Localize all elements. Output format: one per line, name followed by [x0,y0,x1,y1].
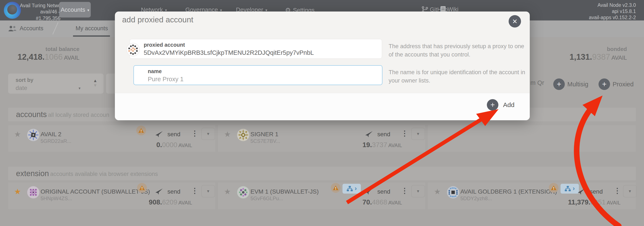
plus-icon: + [553,78,565,90]
proxied-account-label: proxied account [144,42,185,48]
expand-account-button[interactable]: ▼ [411,185,425,198]
expand-account-button[interactable]: ▼ [201,185,215,198]
total-balance-label: total balance [17,46,80,52]
account-address[interactable]: 5CS7E7BV... [250,138,280,144]
expand-account-button[interactable]: ▼ [623,185,637,198]
send-button[interactable]: send [155,131,180,138]
account-address[interactable]: 5DDY2yzh8... [460,196,492,202]
kebab-menu-icon[interactable]: ⋮ [614,186,621,195]
warning-icon[interactable] [331,183,340,193]
expand-account-button[interactable]: ▼ [411,128,425,140]
account-card-avail-goldberg-1: ★ AVAIL GOLDBERG 1 (EXTENSION) 5DDY2yzh8… [428,183,636,209]
tab-accounts[interactable]: Accounts [8,25,43,32]
from-qr-button-partial[interactable]: m Qr [530,79,544,86]
account-name: EVM 1 (SUBWALLET-JS) [250,188,318,195]
plus-icon: + [598,78,610,90]
favorite-star-icon[interactable]: ★ [224,130,231,139]
close-button[interactable]: ✕ [508,15,521,27]
send-button[interactable]: send [155,188,180,195]
account-avatar[interactable] [27,129,40,141]
send-button[interactable]: send [365,131,390,138]
modal-footer: + Add [115,93,530,120]
network-name: Avail Turing Network [20,2,60,9]
accounts-section-subtitle: all locally stored accoun [48,112,109,118]
account-avatar[interactable] [447,186,460,199]
name-value[interactable]: Pure Proxy 1 [148,76,184,83]
kebab-menu-icon[interactable]: ⋮ [191,186,198,195]
favorite-star-icon[interactable]: ★ [14,187,21,196]
proxied-account-help: The address that has previously setup a … [388,42,527,59]
expand-account-button[interactable]: ▼ [201,128,215,140]
proxy-overview-badge[interactable]: › [342,184,361,194]
sort-by-dropdown[interactable]: sort by date ▾ ▲ ▼ [8,74,104,94]
proxied-account-field[interactable]: proxied account 5DvAx2VMYiKpBRB3LsfCjkpT… [130,39,382,59]
warning-icon[interactable] [136,126,146,135]
proxied-account-identicon [126,43,140,56]
avail-logo [4,2,21,19]
account-address[interactable]: 5GvF6GLPu... [250,196,283,202]
accounts-section-title: accounts [16,110,47,119]
chain-spec[interactable]: avail/46 ▾ [20,9,60,15]
sort-by-value: date [16,85,27,91]
kebab-menu-icon[interactable]: ⋮ [401,186,408,195]
account-balance: 70.4868 AVAIL [304,198,402,206]
send-icon [155,131,163,138]
users-icon [8,25,17,32]
account-balance: 11,379.6251 AVAIL [513,198,620,206]
sort-direction-toggle[interactable]: ▲ ▼ [93,78,97,88]
account-name: AVAIL 2 [40,131,62,138]
extension-section-subtitle: accounts available via browser extension… [50,171,158,177]
card-divider [425,125,428,152]
nav-accounts-button[interactable]: Accounts▾ [59,2,91,17]
add-proxied-button[interactable]: + Proxied [598,78,634,90]
account-avatar[interactable] [27,186,40,199]
add-proxied-account-modal: add proxied account ✕ proxied account 5D… [115,11,530,120]
add-button[interactable]: + Add [487,99,514,111]
send-icon [365,188,373,195]
send-button[interactable]: send [365,188,390,195]
node-version: Avail Node v2.3.0 [589,2,636,8]
api-version: api v15.8.1 [589,8,636,14]
close-icon: ✕ [512,18,518,25]
favorite-star-icon[interactable]: ★ [434,187,441,196]
account-balance: 19.3737 AVAIL [304,141,402,149]
account-avatar[interactable] [237,186,250,199]
bonded-label: bonded [564,46,627,52]
account-card-evm-1: ★ EVM 1 (SUBWALLET-JS) 5GvF6GLPu... › se… [218,183,424,209]
chevron-down-icon: ▼ [206,189,210,194]
proxied-account-value[interactable]: 5DvAx2VMYiKpBRB3LsfCjkpTMENU2R2DJQqitEr5… [144,49,314,56]
warning-icon[interactable] [137,183,147,193]
accounts-row-stripe: ★ AVAIL 2 5GRD22aR... send ⋮ ▼ 0.0000 AV… [8,125,636,152]
send-icon [578,188,586,195]
account-address[interactable]: 5GRD22aR... [40,138,71,144]
account-avatar[interactable] [237,129,250,141]
sitemap-icon [346,186,353,192]
favorite-star-icon[interactable]: ★ [14,130,21,139]
tab-my-accounts[interactable]: My accounts [76,25,108,32]
favorite-star-icon[interactable]: ★ [224,187,231,196]
send-button[interactable]: send [578,188,603,195]
bonded-value: 1,131.9387 AVAIL [564,52,627,62]
account-address[interactable]: 5HNpW4ZS... [40,196,72,202]
name-help: The name is for unique identification of… [388,68,527,85]
kebab-menu-icon[interactable]: ⋮ [401,129,408,138]
total-balance-block: total balance 12,418.1066 AVAIL [17,46,80,62]
sort-asc-icon: ▲ [93,78,97,83]
active-tab-underline [73,35,110,37]
bonded-block: bonded 1,131.9387 AVAIL [564,46,627,62]
account-balance: 0.0000 AVAIL [94,141,192,149]
warning-icon[interactable] [549,183,558,193]
apps-version: avail-apps v0.152.2-2 [589,14,636,21]
proxy-overview-badge[interactable]: › [560,184,579,194]
card-divider [425,183,428,209]
kebab-menu-icon[interactable]: ⋮ [191,129,198,138]
extension-row-stripe: ★ ORIGINAL ACCOUNT (SUBWALLET-JS) 5HNpW4… [8,183,636,209]
chevron-down-icon: ▼ [628,189,632,194]
name-label: name [148,68,162,74]
chevron-down-icon: ▾ [87,8,89,12]
chain-info: Avail Turing Network avail/46 ▾ #1,795,3… [20,2,60,21]
total-balance-value: 12,418.1066 AVAIL [17,52,80,62]
name-field[interactable]: name Pure Proxy 1 [134,65,382,85]
plus-icon: + [487,99,498,111]
add-multisig-button[interactable]: + Multisig [553,78,588,90]
